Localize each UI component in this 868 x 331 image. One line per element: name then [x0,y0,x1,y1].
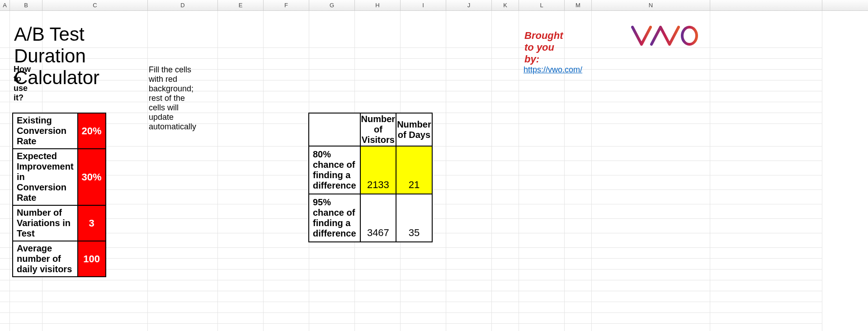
grid-cell[interactable] [565,219,592,233]
grid-cell[interactable] [519,147,565,161]
grid-cell[interactable] [519,124,565,147]
grid-cell[interactable] [401,324,446,331]
grid-cell[interactable] [148,291,218,302]
grid-cell[interactable] [710,190,822,204]
grid-cell[interactable] [0,48,10,59]
grid-cell[interactable] [565,324,592,331]
grid-cell[interactable] [565,190,592,204]
grid-cell[interactable] [355,11,401,48]
grid-cell[interactable] [42,324,148,331]
grid-cell[interactable] [592,70,710,80]
grid-cell[interactable] [0,259,10,270]
grid-cell[interactable] [309,291,355,302]
grid-cell[interactable] [401,259,446,270]
grid-cell[interactable] [492,80,519,91]
grid-cell[interactable] [10,291,42,302]
grid-cell[interactable] [565,270,592,280]
grid-cell[interactable] [592,313,710,324]
input-value-daily-visitors[interactable]: 100 [78,241,106,277]
grid-cell[interactable] [0,113,10,124]
grid-cell[interactable] [446,204,492,219]
grid-cell[interactable] [264,291,309,302]
grid-cell[interactable] [355,324,401,331]
input-value-conversion-rate[interactable]: 20% [78,113,106,149]
grid-cell[interactable] [565,161,592,175]
grid-cell[interactable] [0,70,10,80]
grid-cell[interactable] [492,124,519,147]
grid-cell[interactable] [565,280,592,291]
grid-cell[interactable] [519,313,565,324]
grid-cell[interactable] [148,313,218,324]
col-header-i[interactable]: I [401,0,446,10]
grid-cell[interactable] [401,70,446,80]
grid-cell[interactable] [309,259,355,270]
grid-cell[interactable] [0,124,10,147]
grid-cell[interactable] [264,11,309,48]
grid-cell[interactable] [592,259,710,270]
grid-cell[interactable] [218,313,264,324]
grid-cell[interactable] [592,302,710,313]
grid-cell[interactable] [565,124,592,147]
grid-cell[interactable] [0,204,10,219]
col-header-d[interactable]: D [148,0,218,10]
grid-cell[interactable] [446,280,492,291]
grid-cell[interactable] [309,248,355,259]
grid-cell[interactable] [218,102,264,113]
grid-cell[interactable] [592,175,710,190]
grid-cell[interactable] [264,324,309,331]
grid-cell[interactable] [446,70,492,80]
grid-cell[interactable] [218,302,264,313]
grid-cell[interactable] [0,175,10,190]
grid-cell[interactable] [264,113,309,124]
grid-cell[interactable] [592,102,710,113]
grid-cell[interactable] [710,313,822,324]
grid-cell[interactable] [309,270,355,280]
grid-cell[interactable] [0,324,10,331]
grid-cell[interactable] [565,102,592,113]
grid-cell[interactable] [218,175,264,190]
grid-cell[interactable] [309,11,355,48]
grid-cell[interactable] [710,102,822,113]
input-value-expected-improvement[interactable]: 30% [78,149,106,205]
grid-cell[interactable] [401,248,446,259]
grid-cell[interactable] [218,204,264,219]
grid-cell[interactable] [592,270,710,280]
grid-cell[interactable] [355,91,401,102]
grid-cell[interactable] [710,291,822,302]
grid-cell[interactable] [710,91,822,102]
grid-cell[interactable] [264,59,309,70]
col-header-g[interactable]: G [309,0,355,10]
grid-cell[interactable] [0,59,10,70]
grid-cell[interactable] [710,175,822,190]
grid-cell[interactable] [519,291,565,302]
grid-cell[interactable] [710,80,822,91]
grid-cell[interactable] [0,11,10,48]
grid-cell[interactable] [710,302,822,313]
grid-cell[interactable] [446,147,492,161]
grid-cell[interactable] [446,48,492,59]
grid-cell[interactable] [565,175,592,190]
grid-cell[interactable] [565,313,592,324]
grid-cell[interactable] [218,324,264,331]
grid-cell[interactable] [10,313,42,324]
grid-cell[interactable] [264,147,309,161]
grid-cell[interactable] [446,313,492,324]
col-header-j[interactable]: J [446,0,492,10]
grid-cell[interactable] [0,91,10,102]
grid-cell[interactable] [218,91,264,102]
col-header-f[interactable]: F [264,0,309,10]
grid-cell[interactable] [710,59,822,70]
grid-cell[interactable] [218,70,264,80]
grid-cell[interactable] [264,248,309,259]
grid-cell[interactable] [0,313,10,324]
grid-cell[interactable] [492,280,519,291]
grid-cell[interactable] [492,147,519,161]
grid-cell[interactable] [446,291,492,302]
grid-cell[interactable] [0,219,10,233]
grid-cell[interactable] [446,190,492,204]
col-header-b[interactable]: B [10,0,42,10]
grid-cell[interactable] [264,270,309,280]
grid-cell[interactable] [0,302,10,313]
grid-cell[interactable] [710,70,822,80]
grid-cell[interactable] [0,161,10,175]
